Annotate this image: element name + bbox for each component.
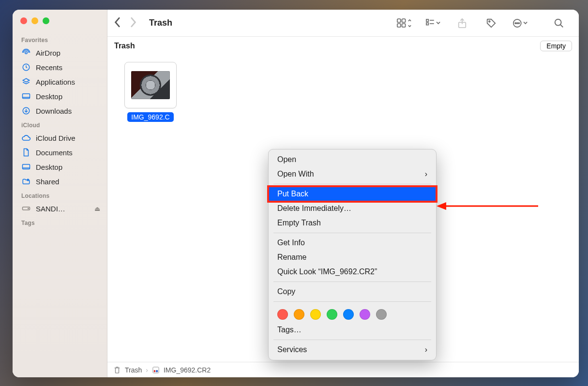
back-button[interactable] — [114, 17, 121, 29]
sidebar-item-applications[interactable]: Applications — [13, 74, 107, 89]
ctx-tags[interactable]: Tags… — [269, 323, 436, 337]
search-button[interactable] — [551, 15, 567, 31]
sidebar-section-favorites: Favorites — [13, 33, 107, 45]
sidebar-item-label: Recents — [36, 63, 62, 72]
ctx-open[interactable]: Open — [269, 152, 436, 167]
location-title: Trash — [114, 42, 135, 50]
empty-trash-button[interactable]: Empty — [540, 41, 572, 51]
file-thumbnail — [124, 62, 177, 108]
svg-point-7 — [28, 208, 29, 209]
sidebar-item-label: Downloads — [36, 107, 72, 115]
svg-rect-10 — [397, 23, 401, 27]
document-icon — [21, 148, 31, 157]
sidebar-section-tags: Tags — [13, 216, 107, 228]
path-bar: Trash › IMG_9692.CR2 — [107, 362, 579, 377]
sidebar-item-label: Desktop — [36, 163, 62, 171]
svg-rect-23 — [153, 367, 159, 372]
sidebar: Favorites AirDrop Recents Applications D… — [13, 10, 107, 377]
context-menu: Open Open With› Put Back Delete Immediat… — [268, 149, 437, 360]
airdrop-icon — [21, 48, 31, 58]
sidebar-item-label: Documents — [36, 148, 73, 157]
ctx-get-info[interactable]: Get Info — [269, 236, 436, 250]
forward-button[interactable] — [130, 17, 136, 29]
path-segment-file[interactable]: IMG_9692.CR2 — [164, 366, 211, 374]
sidebar-item-shared[interactable]: Shared — [13, 174, 107, 189]
svg-rect-11 — [402, 23, 406, 27]
sidebar-item-icloud-drive[interactable]: iCloud Drive — [13, 131, 107, 145]
chevron-right-icon: › — [425, 170, 427, 178]
ctx-quick-look[interactable]: Quick Look “IMG_9692.CR2” — [269, 265, 436, 279]
main-pane: Trash Trash Empty IMG_9692.C Open Open W… — [107, 10, 579, 377]
sidebar-item-documents[interactable]: Documents — [13, 145, 107, 160]
ctx-copy[interactable]: Copy — [269, 284, 436, 299]
svg-rect-24 — [154, 370, 156, 372]
svg-rect-4 — [23, 164, 30, 169]
svg-rect-25 — [156, 370, 158, 372]
svg-point-18 — [517, 22, 518, 23]
tags-button[interactable] — [483, 15, 499, 31]
sidebar-item-label: Desktop — [36, 92, 62, 101]
sidebar-item-recents[interactable]: Recents — [13, 60, 107, 74]
fullscreen-window-button[interactable] — [43, 17, 49, 24]
sidebar-item-label: AirDrop — [36, 49, 60, 57]
applications-icon — [21, 77, 31, 87]
download-icon — [21, 106, 31, 116]
svg-rect-2 — [23, 94, 30, 99]
tag-color-gray[interactable] — [376, 309, 387, 320]
tag-color-red[interactable] — [277, 309, 288, 320]
trash-icon — [113, 366, 121, 374]
minimize-window-button[interactable] — [31, 17, 38, 24]
svg-point-20 — [555, 19, 561, 25]
tag-color-green[interactable] — [327, 309, 337, 320]
tag-color-purple[interactable] — [360, 309, 370, 320]
view-mode-button[interactable] — [396, 15, 412, 31]
svg-marker-22 — [437, 202, 446, 210]
group-by-button[interactable] — [425, 15, 441, 31]
svg-point-19 — [518, 22, 519, 23]
ctx-empty-trash[interactable]: Empty Trash — [269, 216, 436, 230]
toolbar: Trash — [107, 10, 579, 37]
shared-folder-icon — [21, 177, 31, 186]
sidebar-item-desktop[interactable]: Desktop — [13, 89, 107, 104]
svg-rect-8 — [397, 19, 401, 22]
tag-color-orange[interactable] — [294, 309, 304, 320]
sidebar-item-airdrop[interactable]: AirDrop — [13, 45, 107, 60]
svg-point-17 — [515, 22, 516, 23]
cloud-icon — [21, 133, 31, 143]
svg-rect-13 — [426, 23, 428, 25]
ctx-services[interactable]: Services› — [269, 342, 436, 357]
sidebar-item-icloud-desktop[interactable]: Desktop — [13, 160, 107, 174]
sidebar-item-external-drive[interactable]: SANDI…⏏ — [13, 201, 107, 216]
file-item[interactable]: IMG_9692.C — [124, 62, 177, 123]
more-actions-button[interactable] — [512, 15, 528, 31]
desktop-icon — [21, 162, 31, 172]
sidebar-item-label: iCloud Drive — [36, 134, 75, 142]
desktop-icon — [21, 91, 31, 101]
svg-rect-12 — [426, 19, 428, 21]
share-button[interactable] — [454, 15, 470, 31]
path-separator: › — [146, 366, 148, 374]
ctx-separator — [273, 340, 431, 340]
svg-point-0 — [25, 52, 28, 54]
file-grid[interactable]: IMG_9692.C Open Open With› Put Back Dele… — [107, 51, 579, 362]
close-window-button[interactable] — [20, 17, 27, 24]
sidebar-item-downloads[interactable]: Downloads — [13, 104, 107, 118]
tag-color-blue[interactable] — [343, 309, 354, 320]
clock-icon — [21, 62, 31, 72]
annotation-arrow — [437, 196, 538, 216]
ctx-separator — [273, 282, 431, 282]
sidebar-item-label: Shared — [36, 178, 59, 186]
ctx-put-back[interactable]: Put Back — [269, 187, 436, 201]
location-header: Trash Empty — [107, 37, 579, 51]
ctx-tag-colors — [269, 304, 436, 323]
sidebar-item-label: Applications — [36, 78, 75, 86]
drive-icon — [21, 204, 31, 213]
path-segment-root[interactable]: Trash — [125, 366, 142, 374]
file-name-label: IMG_9692.C — [127, 112, 173, 122]
ctx-rename[interactable]: Rename — [269, 250, 436, 265]
tag-color-yellow[interactable] — [310, 309, 321, 320]
ctx-open-with[interactable]: Open With› — [269, 167, 436, 181]
eject-icon[interactable]: ⏏ — [94, 205, 100, 212]
ctx-delete-immediately[interactable]: Delete Immediately… — [269, 201, 436, 216]
window-title: Trash — [149, 18, 172, 28]
